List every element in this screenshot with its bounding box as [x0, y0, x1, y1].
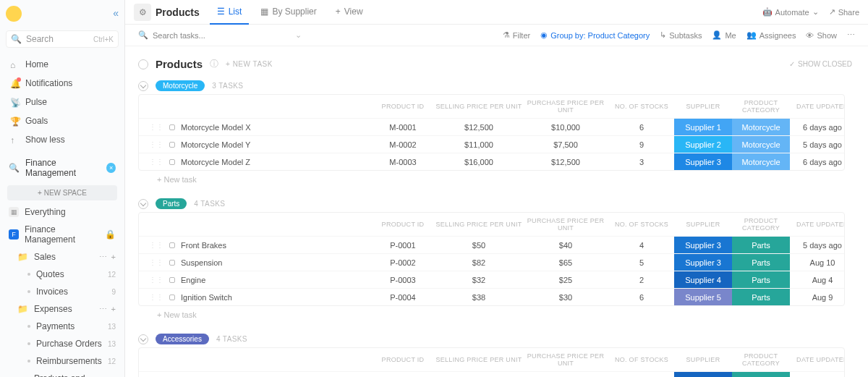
drag-icon[interactable]: ⋮⋮ [149, 158, 163, 166]
groupby-button[interactable]: ◉Group by: Product Category [540, 30, 650, 40]
nav-label: Home [25, 59, 48, 69]
status-icon[interactable] [169, 295, 175, 300]
space-header[interactable]: 🔍 Finance Management × [0, 151, 124, 182]
table-row[interactable]: ⋮⋮Suspension P-0002 $82 $65 5 Supplier 3… [139, 253, 844, 271]
close-icon[interactable]: × [106, 163, 116, 173]
sidebar-item-invoices[interactable]: Invoices9 [0, 283, 124, 300]
more-icon[interactable]: ⋯ [99, 253, 107, 262]
sidebar-folder-expenses[interactable]: 📁Expenses⋯+ [0, 300, 124, 318]
settings-button[interactable]: ⚙ [134, 4, 151, 21]
collapse-icon[interactable] [138, 199, 148, 209]
collapse-icon[interactable] [138, 81, 148, 91]
supplier-cell[interactable]: Supplier 3 [674, 237, 732, 253]
table-row[interactable]: ⋮⋮Front Brakes P-0001 $50 $40 4 Supplier… [139, 236, 844, 253]
share-button[interactable]: ↗Share [829, 7, 859, 17]
sidebar-item-reimbursements[interactable]: Reimbursements12 [0, 352, 124, 370]
sidebar-item-finance-management[interactable]: FFinance Management🔒 [0, 221, 124, 248]
add-icon[interactable]: + [111, 305, 116, 314]
status-icon[interactable] [169, 124, 175, 130]
table-row[interactable]: ⋮⋮Helmet A-0001 $125 $100 6 Supplier 4 A… [139, 371, 844, 377]
filter-button[interactable]: ⚗Filter [503, 30, 530, 40]
category-cell[interactable]: Parts [732, 254, 790, 271]
table-row[interactable]: ⋮⋮Motorcycle Model Y M-0002 $11,000 $7,5… [139, 135, 844, 153]
subtasks-button[interactable]: ↳Subtasks [660, 30, 702, 40]
supplier-cell[interactable]: Supplier 3 [674, 254, 732, 271]
search-input[interactable]: 🔍 Search Ctrl+K [6, 30, 119, 48]
status-circle-icon[interactable] [138, 59, 148, 69]
supplier-cell[interactable]: Supplier 1 [674, 119, 732, 135]
nav-showless[interactable]: ↑Show less [0, 130, 124, 149]
group-icon: ◉ [540, 30, 548, 40]
sidebar-folder-sales[interactable]: 📁Sales⋯+ [0, 248, 124, 266]
new-task-row[interactable]: + New task [138, 171, 858, 188]
new-task-button[interactable]: + NEW TASK [226, 60, 273, 68]
supplier-cell[interactable]: Supplier 2 [674, 136, 732, 153]
supplier-cell[interactable]: Supplier 5 [674, 289, 732, 305]
status-icon[interactable] [169, 242, 175, 248]
category-chip[interactable]: Parts [156, 198, 187, 209]
sidebar-folder-products-services[interactable]: 📁Products and Services⋯+ [0, 370, 124, 377]
nav-goals[interactable]: 🏆Goals [0, 111, 124, 130]
category-cell[interactable]: Motorcycle [732, 136, 790, 153]
table-row[interactable]: ⋮⋮Motorcycle Model X M-0001 $12,500 $10,… [139, 118, 844, 135]
avatar[interactable] [6, 6, 22, 22]
show-button[interactable]: 👁Show [806, 31, 837, 40]
search-tasks-input[interactable]: 🔍Search tasks... [138, 30, 205, 40]
status-icon[interactable] [169, 260, 175, 266]
date-updated: Aug 10 [790, 258, 845, 267]
label: Share [838, 8, 859, 17]
chevron-down-icon[interactable]: ⌄ [295, 30, 302, 40]
more-icon[interactable]: ⋯ [847, 30, 855, 40]
drag-icon[interactable]: ⋮⋮ [149, 140, 163, 148]
category-chip[interactable]: Motorcycle [156, 80, 205, 91]
category-chip[interactable]: Accessories [156, 334, 209, 344]
sidebar-item-quotes[interactable]: Quotes12 [0, 266, 124, 283]
assignees-button[interactable]: 👥Assignees [746, 30, 796, 40]
sidebar-item-purchase-orders[interactable]: Purchase Orders13 [0, 335, 124, 352]
category-cell[interactable]: Parts [732, 289, 790, 305]
drag-icon[interactable]: ⋮⋮ [149, 293, 163, 301]
table-row[interactable]: ⋮⋮Ignition Switch P-0004 $38 $30 6 Suppl… [139, 288, 844, 305]
drag-icon[interactable]: ⋮⋮ [149, 258, 163, 266]
category-cell[interactable]: Motorcycle [732, 153, 790, 170]
stock-count: 4 [609, 241, 674, 250]
bullet-icon [27, 325, 30, 328]
drag-icon[interactable]: ⋮⋮ [149, 276, 163, 284]
new-space-button[interactable]: + NEW SPACE [7, 185, 117, 200]
automate-button[interactable]: 🤖Automate⌄ [762, 7, 819, 17]
topbar: ⚙ Products ☰List ▦By Supplier +View 🤖Aut… [125, 0, 868, 25]
me-button[interactable]: 👤Me [712, 30, 736, 40]
category-cell[interactable]: Parts [732, 237, 790, 253]
nav-pulse[interactable]: 📡Pulse [0, 93, 124, 111]
category-cell[interactable]: Accessories [732, 372, 790, 377]
sidebar-item-payments[interactable]: Payments13 [0, 318, 124, 335]
nav-notifications[interactable]: 🔔Notifications [0, 74, 124, 93]
info-icon[interactable]: ⓘ [210, 58, 218, 70]
add-icon[interactable]: + [111, 253, 116, 262]
tab-list[interactable]: ☰List [210, 0, 250, 25]
table-row[interactable]: ⋮⋮Engine P-0003 $32 $25 2 Supplier 4 Par… [139, 271, 844, 288]
nav-home[interactable]: ⌂Home [0, 55, 124, 74]
status-icon[interactable] [169, 159, 175, 165]
collapse-sidebar-icon[interactable]: « [113, 7, 119, 19]
nav-label: Goals [25, 116, 48, 126]
drag-icon[interactable]: ⋮⋮ [149, 241, 163, 249]
sidebar-item-everything[interactable]: ▦Everything [0, 203, 124, 221]
more-icon[interactable]: ⋯ [99, 305, 107, 314]
status-icon[interactable] [169, 277, 175, 283]
tab-by-supplier[interactable]: ▦By Supplier [253, 0, 323, 25]
category-cell[interactable]: Motorcycle [732, 119, 790, 135]
category-cell[interactable]: Parts [732, 271, 790, 288]
count: 9 [111, 288, 116, 296]
supplier-cell[interactable]: Supplier 4 [674, 271, 732, 288]
show-closed-button[interactable]: ✓SHOW CLOSED [789, 60, 852, 68]
tab-add-view[interactable]: +View [328, 0, 370, 25]
collapse-icon[interactable] [138, 334, 148, 344]
table-row[interactable]: ⋮⋮Motorcycle Model Z M-0003 $16,000 $12,… [139, 153, 844, 170]
product-id: M-0003 [370, 158, 435, 166]
status-icon[interactable] [169, 142, 175, 148]
supplier-cell[interactable]: Supplier 4 [674, 372, 732, 377]
drag-icon[interactable]: ⋮⋮ [149, 123, 163, 131]
supplier-cell[interactable]: Supplier 3 [674, 153, 732, 170]
new-task-row[interactable]: + New task [138, 306, 858, 323]
